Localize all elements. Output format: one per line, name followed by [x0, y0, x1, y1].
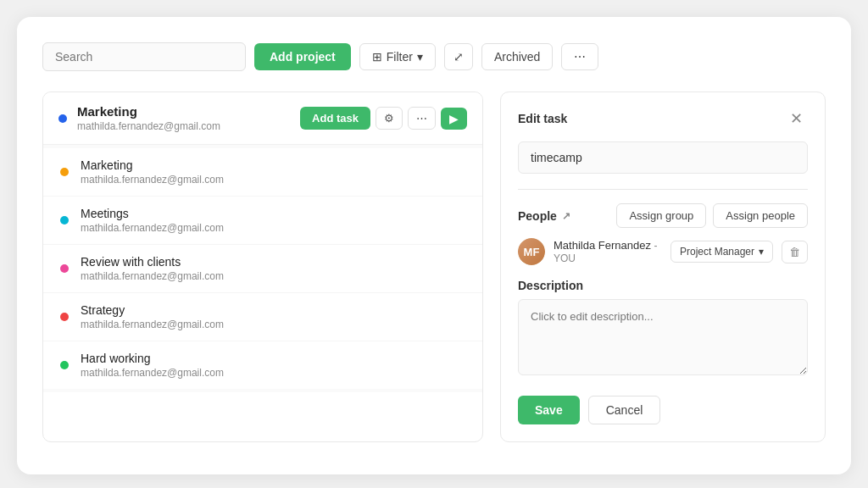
task-name-4: Hard working: [81, 352, 465, 365]
role-dropdown[interactable]: Project Manager ▾: [670, 241, 773, 263]
pin-icon: ⤢: [453, 50, 464, 64]
external-link-icon: ↗: [562, 210, 570, 222]
role-label: Project Manager: [680, 246, 754, 258]
more-icon: ⋯: [574, 50, 586, 64]
task-email-2: mathilda.fernandez@gmail.com: [81, 270, 465, 282]
role-chevron-icon: ▾: [759, 246, 764, 258]
task-dot-1: [60, 216, 69, 225]
description-section: Description: [518, 279, 808, 379]
assign-group-button[interactable]: Assign group: [616, 203, 706, 228]
task-email-1: mathilda.fernandez@gmail.com: [81, 222, 465, 234]
task-dot-3: [60, 313, 69, 321]
header-actions: Add task ⚙ ⋯ ▶: [300, 107, 467, 130]
play-icon: ▶: [449, 112, 459, 125]
task-list: Marketing mathilda.fernandez@gmail.com M…: [43, 145, 482, 392]
settings-icon: ⚙: [384, 112, 394, 125]
divider: [518, 189, 808, 190]
app-container: Add project ⊞ Filter ▾ ⤢ Archived ⋯ Mark…: [17, 17, 851, 474]
task-item-4[interactable]: Hard working mathilda.fernandez@gmail.co…: [43, 341, 482, 389]
task-item-1[interactable]: Meetings mathilda.fernandez@gmail.com: [43, 197, 482, 245]
save-button[interactable]: Save: [518, 396, 580, 424]
form-actions: Save Cancel: [518, 396, 808, 424]
filter-label: Filter: [387, 50, 413, 64]
people-header: People ↗ Assign group Assign people: [518, 203, 808, 228]
project-header: Marketing mathilda.fernandez@gmail.com A…: [43, 92, 482, 145]
avatar: MF: [518, 238, 545, 265]
project-name: Marketing: [77, 104, 300, 119]
task-info-4: Hard working mathilda.fernandez@gmail.co…: [81, 352, 465, 379]
settings-icon-button[interactable]: ⚙: [376, 107, 403, 130]
trash-icon: 🗑: [789, 246, 800, 258]
people-label: People ↗: [518, 209, 570, 223]
avatar-image: MF: [518, 238, 545, 265]
task-item-2[interactable]: Review with clients mathilda.fernandez@g…: [43, 245, 482, 293]
filter-icon: ⊞: [372, 50, 382, 64]
edit-task-title: Edit task: [518, 112, 567, 125]
people-section: People ↗ Assign group Assign people MF M…: [518, 203, 808, 265]
filter-chevron-icon: ▾: [417, 50, 423, 64]
project-email: mathilda.fernandez@gmail.com: [77, 120, 300, 132]
delete-person-button[interactable]: 🗑: [782, 241, 808, 263]
person-row: MF Mathilda Fernandez - YOU Project Mana…: [518, 238, 808, 265]
top-bar: Add project ⊞ Filter ▾ ⤢ Archived ⋯: [42, 42, 826, 71]
search-input[interactable]: [42, 42, 246, 71]
assign-people-button[interactable]: Assign people: [713, 203, 808, 228]
close-button[interactable]: ✕: [785, 109, 808, 128]
play-button[interactable]: ▶: [441, 108, 467, 130]
task-more-icon: ⋯: [416, 112, 427, 125]
description-label: Description: [518, 279, 808, 292]
task-item-0[interactable]: Marketing mathilda.fernandez@gmail.com: [43, 148, 482, 197]
more-options-button[interactable]: ⋯: [561, 43, 598, 70]
task-info-3: Strategy mathilda.fernandez@gmail.com: [81, 303, 465, 330]
add-project-button[interactable]: Add project: [254, 43, 351, 70]
task-email-0: mathilda.fernandez@gmail.com: [81, 174, 465, 186]
edit-task-header: Edit task ✕: [518, 109, 808, 128]
task-name-1: Meetings: [81, 207, 465, 220]
archived-button[interactable]: Archived: [481, 43, 553, 70]
task-item-3[interactable]: Strategy mathilda.fernandez@gmail.com: [43, 293, 482, 341]
task-name-3: Strategy: [81, 303, 465, 317]
task-dot-2: [60, 264, 69, 273]
add-task-button[interactable]: Add task: [300, 107, 370, 130]
main-content: Marketing mathilda.fernandez@gmail.com A…: [42, 92, 826, 442]
description-input[interactable]: [518, 299, 808, 375]
cancel-button[interactable]: Cancel: [588, 396, 661, 424]
project-dot: [58, 114, 67, 123]
task-dot-4: [60, 361, 69, 369]
task-email-4: mathilda.fernandez@gmail.com: [81, 367, 465, 379]
task-info-0: Marketing mathilda.fernandez@gmail.com: [81, 158, 465, 186]
filter-button[interactable]: ⊞ Filter ▾: [359, 43, 436, 70]
pin-button[interactable]: ⤢: [444, 43, 473, 70]
task-email-3: mathilda.fernandez@gmail.com: [81, 319, 465, 330]
task-info-1: Meetings mathilda.fernandez@gmail.com: [81, 207, 465, 234]
person-name: Mathilda Fernandez - YOU: [554, 239, 662, 264]
task-name-2: Review with clients: [81, 255, 465, 269]
edit-task-panel: Edit task ✕ People ↗ Assign group Assign…: [500, 92, 826, 442]
task-name-field[interactable]: [518, 141, 808, 174]
left-panel: Marketing mathilda.fernandez@gmail.com A…: [42, 92, 483, 442]
task-dot-0: [60, 168, 69, 176]
task-more-button[interactable]: ⋯: [408, 107, 436, 130]
project-info: Marketing mathilda.fernandez@gmail.com: [77, 104, 300, 132]
people-actions: Assign group Assign people: [616, 203, 808, 228]
task-name-0: Marketing: [81, 158, 465, 172]
task-info-2: Review with clients mathilda.fernandez@g…: [81, 255, 465, 282]
